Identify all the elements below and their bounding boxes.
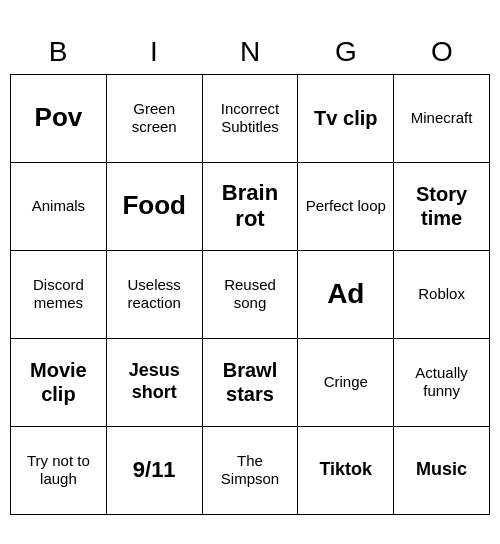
bingo-cell-9[interactable]: Story time [394, 163, 490, 251]
bingo-cell-23[interactable]: Tiktok [298, 427, 394, 515]
bingo-cell-10[interactable]: Discord memes [11, 251, 107, 339]
bingo-cell-16[interactable]: Jesus short [107, 339, 203, 427]
bingo-cell-6[interactable]: Food [107, 163, 203, 251]
header-o: O [398, 36, 486, 68]
bingo-cell-14[interactable]: Roblox [394, 251, 490, 339]
header-n: N [206, 36, 294, 68]
bingo-cell-13[interactable]: Ad [298, 251, 394, 339]
bingo-cell-2[interactable]: Incorrect Subtitles [203, 75, 299, 163]
bingo-cell-7[interactable]: Brain rot [203, 163, 299, 251]
bingo-cell-4[interactable]: Minecraft [394, 75, 490, 163]
bingo-cell-1[interactable]: Green screen [107, 75, 203, 163]
bingo-cell-8[interactable]: Perfect loop [298, 163, 394, 251]
bingo-grid: PovGreen screenIncorrect SubtitlesTv cli… [10, 74, 490, 515]
bingo-header: B I N G O [10, 30, 490, 74]
bingo-cell-11[interactable]: Useless reaction [107, 251, 203, 339]
bingo-cell-19[interactable]: Actually funny [394, 339, 490, 427]
bingo-cell-5[interactable]: Animals [11, 163, 107, 251]
bingo-cell-18[interactable]: Cringe [298, 339, 394, 427]
header-b: B [14, 36, 102, 68]
bingo-cell-0[interactable]: Pov [11, 75, 107, 163]
header-g: G [302, 36, 390, 68]
bingo-cell-17[interactable]: Brawl stars [203, 339, 299, 427]
bingo-cell-22[interactable]: The Simpson [203, 427, 299, 515]
header-i: I [110, 36, 198, 68]
bingo-cell-21[interactable]: 9/11 [107, 427, 203, 515]
bingo-cell-15[interactable]: Movie clip [11, 339, 107, 427]
bingo-cell-20[interactable]: Try not to laugh [11, 427, 107, 515]
bingo-card: B I N G O PovGreen screenIncorrect Subti… [10, 30, 490, 515]
bingo-cell-24[interactable]: Music [394, 427, 490, 515]
bingo-cell-3[interactable]: Tv clip [298, 75, 394, 163]
bingo-cell-12[interactable]: Reused song [203, 251, 299, 339]
